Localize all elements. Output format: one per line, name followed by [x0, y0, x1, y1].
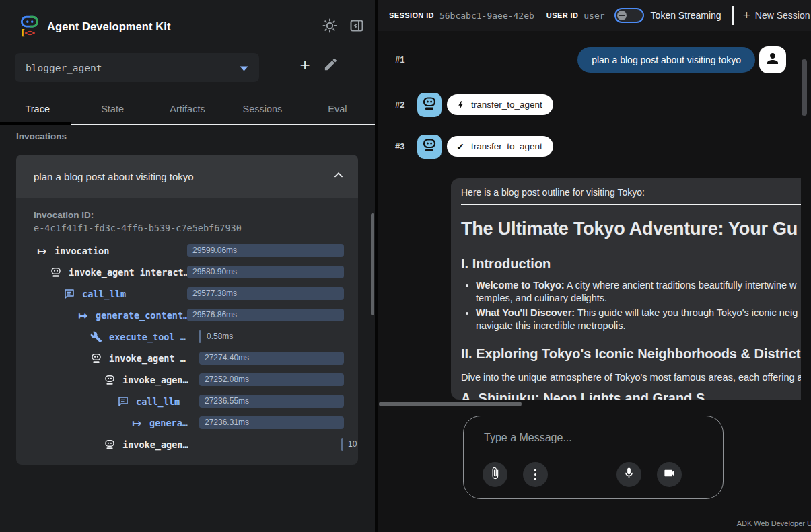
adk-logo-icon: [ <> [18, 14, 41, 37]
tab-sessions[interactable]: Sessions [225, 94, 299, 124]
horizontal-scrollbar[interactable] [379, 402, 522, 406]
message-input-container[interactable]: Type a Message... [463, 416, 724, 499]
trace-row-generate-content[interactable]: ↦ generate_content… 29576.86ms [16, 305, 358, 326]
collapse-panel-button[interactable] [347, 17, 366, 36]
trace-label: genera… [149, 418, 188, 428]
message-index-3: #3 [395, 141, 404, 151]
span-arrow-icon: ↦ [76, 309, 90, 322]
response-paragraph: Dive into the unique atmosphere of Tokyo… [461, 372, 801, 383]
chevron-up-icon [331, 167, 346, 185]
plus-icon: + [299, 54, 310, 75]
adk-web-ui: [ <> Agent Development Kit [0, 0, 811, 532]
message-index-2: #2 [395, 100, 404, 110]
token-streaming-toggle[interactable] [614, 8, 644, 23]
tab-artifacts[interactable]: Artifacts [150, 94, 225, 124]
paperclip-icon [489, 467, 501, 482]
topbar-divider [732, 6, 734, 25]
robot-icon [421, 96, 437, 114]
attach-file-button[interactable] [483, 462, 507, 487]
trace-row-call-llm-2[interactable]: call_llm 27236.55ms [16, 391, 358, 412]
edit-agent-button[interactable] [323, 56, 341, 74]
bullet-item: What You'll Discover: This guide will ta… [476, 307, 801, 332]
trace-label: invoke_agen… [122, 375, 188, 385]
response-bullet-list: Welcome to Tokyo: A city where ancient t… [461, 279, 801, 332]
mic-icon [623, 467, 635, 482]
trace-row-invoke-agent[interactable]: invoke_agent interact… 29580.90ms [16, 262, 358, 283]
trace-row-call-llm[interactable]: call_llm 29577.38ms [16, 283, 358, 305]
add-session-button[interactable]: + [295, 55, 315, 75]
chat-bubble-icon [116, 395, 130, 408]
invocations-section-label: Invocations [16, 131, 67, 141]
trace-label: invoke_agen… [122, 439, 188, 450]
trace-duration-bar [199, 330, 201, 343]
span-arrow-icon: ↦ [35, 244, 48, 258]
trace-label: call_llm [82, 289, 126, 299]
user-id-label: USER ID [546, 11, 578, 20]
trace-row-invoke-agent-2[interactable]: invoke_agent … 27274.40ms [16, 348, 358, 369]
videocam-icon [663, 467, 676, 482]
robot-icon [103, 373, 116, 387]
footer-note: ADK Web Developer UI [737, 519, 811, 527]
trace-row-invocation[interactable]: ↦ invocation 29599.06ms [16, 240, 358, 262]
invocation-card-header[interactable]: plan a blog post about visiting tokyo [16, 155, 358, 198]
tab-state[interactable]: State [75, 94, 149, 124]
trace-duration-bar: 29580.90ms [187, 266, 344, 278]
response-intro: Here is a blog post outline for visiting… [461, 187, 801, 198]
chat-scrollbar[interactable] [802, 59, 807, 116]
trace-label: execute_tool … [109, 332, 186, 342]
trace-duration-bar: 29599.06ms [187, 244, 344, 257]
trace-row-invoke-agent-3[interactable]: invoke_agen… 27252.08ms [16, 369, 358, 391]
message-input-placeholder[interactable]: Type a Message... [484, 432, 572, 444]
response-h2-neighborhoods: II. Exploring Tokyo's Iconic Neighborhoo… [461, 346, 801, 362]
pencil-icon [323, 63, 339, 74]
tab-eval[interactable]: Eval [300, 94, 375, 124]
sidebar: [ <> Agent Development Kit [0, 0, 375, 532]
theme-toggle-button[interactable] [320, 17, 339, 36]
event-chip-transfer-done[interactable]: ✓ transfer_to_agent [447, 136, 553, 157]
video-button[interactable] [657, 462, 682, 487]
microphone-button[interactable] [616, 462, 641, 487]
chat-bubble-icon [63, 287, 76, 301]
sidebar-scrollbar[interactable] [371, 213, 374, 315]
user-id-value: user [584, 11, 604, 21]
bot-avatar [417, 135, 442, 159]
trace-row-execute-tool[interactable]: execute_tool … 0.58ms [16, 326, 358, 348]
tab-trace[interactable]: Trace [0, 94, 75, 124]
wrench-icon [90, 330, 103, 344]
chevron-down-icon [240, 62, 248, 74]
trace-label: call_llm [136, 396, 180, 407]
trace-row-generate-content-2[interactable]: ↦ genera… 27236.31ms [16, 412, 358, 434]
agent-select-dropdown[interactable]: blogger_agent [15, 53, 259, 82]
tab-bar: Trace State Artifacts Sessions Eval [0, 94, 375, 125]
trace-label: invoke_agent interact… [69, 267, 189, 278]
bullet-text: This guide will take you through Tokyo's… [575, 307, 798, 318]
session-id-label: SESSION ID [389, 11, 434, 20]
bullet-item: Welcome to Tokyo: A city where ancient t… [476, 279, 801, 305]
new-session-button[interactable]: + New Session [743, 8, 810, 23]
bullet-text-line2: navigate this incredible metropolis. [476, 319, 801, 332]
trace-duration-bar: 27252.08ms [199, 373, 344, 386]
robot-icon [49, 266, 63, 279]
bullet-bold: Welcome to Tokyo: [476, 280, 565, 291]
event-chip-transfer[interactable]: transfer_to_agent [447, 94, 553, 115]
trace-label: invocation [55, 245, 109, 256]
event-chip-label: transfer_to_agent [471, 141, 542, 151]
trace-duration-text: 0.58ms [207, 330, 233, 343]
trace-duration-bar: 29577.38ms [187, 287, 344, 300]
user-message-bubble: plan a blog post about visiting tokyo [577, 47, 755, 73]
bolt-icon [455, 100, 466, 110]
sun-icon [322, 17, 338, 36]
more-options-button[interactable] [523, 462, 548, 487]
robot-icon [90, 352, 103, 365]
agent-select-value: blogger_agent [26, 63, 240, 73]
trace-row-invoke-agent-4[interactable]: invoke_agen… 10 [16, 434, 358, 455]
bot-avatar [417, 93, 442, 117]
invocation-id-value: e-4c1f41f1-fd3c-4ff6-b539-c7e5ebf67930 [34, 223, 358, 233]
bullet-text-line2: temples, and culinary delights. [476, 292, 801, 305]
response-divider [461, 204, 801, 205]
trace-duration-bar [341, 438, 343, 451]
plus-icon: + [743, 8, 750, 23]
user-avatar [759, 46, 786, 73]
app-header: [ <> Agent Development Kit [0, 0, 375, 52]
side-panel-icon [349, 17, 365, 36]
